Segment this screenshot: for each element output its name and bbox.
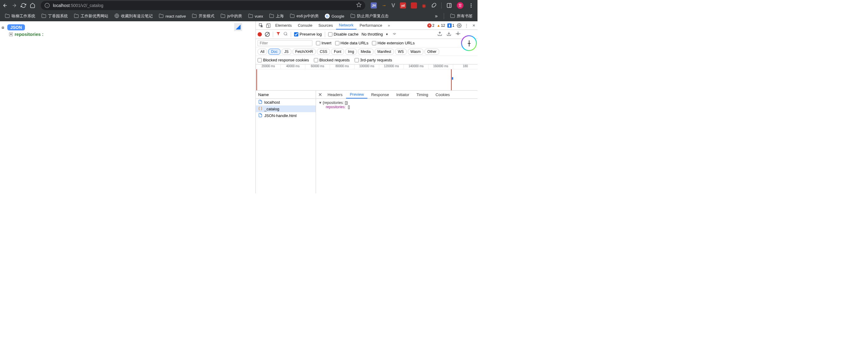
- disable-cache-checkbox[interactable]: Disable cache: [328, 32, 359, 36]
- blocked-cookies-checkbox[interactable]: Blocked response cookies: [257, 58, 309, 62]
- type-filter-other[interactable]: Other: [425, 49, 439, 55]
- chrome-menu-button[interactable]: [468, 3, 474, 8]
- type-filter-css[interactable]: CSS: [317, 49, 330, 55]
- type-filter-ws[interactable]: WS: [395, 49, 406, 55]
- bookmark-item[interactable]: 工作新优秀网站: [71, 12, 111, 20]
- svg-rect-4: [447, 3, 451, 8]
- sidepanel-button[interactable]: [446, 3, 452, 8]
- name-column-header[interactable]: Name: [256, 91, 316, 99]
- bookmark-item[interactable]: 开发模式: [189, 12, 217, 20]
- more-tabs-icon[interactable]: »: [385, 23, 393, 28]
- filter-input[interactable]: [257, 40, 312, 46]
- url-bar[interactable]: localhost:5001/v2/_catalog: [41, 1, 365, 10]
- bookmarks-overflow-icon[interactable]: »: [432, 13, 440, 19]
- devtools-close-icon[interactable]: ✕: [470, 23, 477, 28]
- type-filter-js[interactable]: JS: [282, 49, 291, 55]
- extension-red1[interactable]: [411, 2, 417, 8]
- detail-tab-headers[interactable]: Headers: [324, 91, 346, 98]
- type-filter-img[interactable]: Img: [345, 49, 357, 55]
- extension-arrow-icon[interactable]: →: [382, 3, 386, 8]
- type-filter-fetch-xhr[interactable]: Fetch/XHR: [292, 49, 316, 55]
- hide-extension-urls-checkbox[interactable]: Hide extension URLs: [372, 41, 414, 45]
- floating-extension-logo[interactable]: ⟊: [461, 35, 477, 51]
- type-filter-font[interactable]: Font: [331, 49, 344, 55]
- warning-count-badge[interactable]: ▲12: [436, 23, 446, 28]
- invert-checkbox[interactable]: Invert: [316, 41, 332, 45]
- filter-icon[interactable]: [276, 32, 280, 37]
- bookmark-item[interactable]: 收藏到有道云笔记: [112, 12, 155, 20]
- bookmark-label: es6:js中的类: [297, 13, 319, 19]
- folder-icon: [269, 13, 274, 19]
- detail-tab-preview[interactable]: Preview: [346, 91, 367, 98]
- timeline-tick: 100000 ms: [354, 64, 379, 69]
- preview-toggle-icon[interactable]: ▼: [318, 101, 322, 105]
- issues-count-badge[interactable]: ▮1: [446, 23, 456, 28]
- reload-button[interactable]: [21, 3, 26, 8]
- request-row[interactable]: JSON-handle.html: [256, 112, 316, 119]
- detail-tab-cookies[interactable]: Cookies: [432, 91, 454, 98]
- bookmark-item[interactable]: GGoogle: [322, 12, 347, 20]
- export-har-icon[interactable]: [446, 31, 452, 37]
- request-name: localhost: [264, 100, 280, 104]
- inspect-element-icon[interactable]: [257, 23, 265, 28]
- bookmark-item[interactable]: 丁香园系统: [39, 12, 70, 20]
- devtools-menu-icon[interactable]: ⋮: [463, 23, 470, 28]
- type-filter-manifest[interactable]: Manifest: [375, 49, 394, 55]
- extension-jh[interactable]: JH: [371, 2, 377, 8]
- json-expand-toggle[interactable]: +: [9, 33, 13, 36]
- preserve-log-checkbox[interactable]: Preserve log: [294, 32, 322, 36]
- extensions-button[interactable]: [431, 3, 436, 8]
- blocked-requests-checkbox[interactable]: Blocked requests: [314, 58, 350, 62]
- type-filter-media[interactable]: Media: [358, 49, 373, 55]
- bookmark-item[interactable]: es6:js中的类: [287, 12, 321, 20]
- type-filter-doc[interactable]: Doc: [268, 49, 280, 55]
- network-settings-icon[interactable]: [455, 31, 461, 37]
- folder-icon: [159, 13, 164, 19]
- error-count-badge[interactable]: ✕2: [426, 23, 436, 28]
- devtools-tab-console[interactable]: Console: [295, 21, 315, 30]
- extension-v-icon[interactable]: V: [392, 2, 395, 9]
- timeline-overview[interactable]: 20000 ms40000 ms60000 ms80000 ms100000 m…: [256, 64, 477, 91]
- request-row[interactable]: _catalog: [256, 105, 316, 112]
- devtools-tab-performance[interactable]: Performance: [356, 21, 385, 30]
- throttling-dropdown[interactable]: No throttling ▼: [362, 32, 389, 36]
- extension-yd[interactable]: yd: [400, 2, 406, 8]
- detail-tab-timing[interactable]: Timing: [413, 91, 432, 98]
- import-har-icon[interactable]: [437, 31, 443, 37]
- bookmark-item[interactable]: 防止用户重复点击: [348, 12, 391, 20]
- devtools-tab-network[interactable]: Network: [336, 21, 357, 30]
- bookmark-item[interactable]: react native: [156, 12, 188, 20]
- forward-button[interactable]: [11, 3, 17, 8]
- bookmark-item[interactable]: 上海: [267, 12, 286, 20]
- clear-button[interactable]: [265, 32, 270, 37]
- site-info-icon[interactable]: [44, 3, 50, 8]
- json-collapse-toggle[interactable]: ⊟: [2, 26, 4, 30]
- devtools-settings-icon[interactable]: [456, 23, 463, 28]
- timeline-tick: 140000 ms: [404, 64, 428, 69]
- all-bookmarks-button[interactable]: 所有书签: [448, 12, 475, 20]
- bookmark-item[interactable]: 咏柳工作系统: [2, 12, 38, 20]
- json-key-repositories: repositories :: [14, 32, 43, 37]
- type-filter-all[interactable]: All: [257, 49, 267, 55]
- json-handle-toggle[interactable]: [234, 23, 242, 31]
- search-icon[interactable]: [283, 32, 288, 37]
- detail-tab-initiator[interactable]: Initiator: [393, 91, 413, 98]
- bookmark-item[interactable]: vuex: [246, 12, 266, 20]
- home-button[interactable]: [30, 3, 35, 8]
- hide-data-urls-checkbox[interactable]: Hide data URLs: [335, 41, 369, 45]
- bookmark-star-icon[interactable]: [356, 2, 362, 9]
- detail-tab-response[interactable]: Response: [367, 91, 393, 98]
- request-row[interactable]: localhost: [256, 99, 316, 105]
- network-conditions-icon[interactable]: [392, 31, 398, 37]
- back-button[interactable]: [2, 3, 8, 8]
- bookmark-item[interactable]: js中的类: [218, 12, 244, 20]
- type-filter-wasm[interactable]: Wasm: [408, 49, 424, 55]
- record-button[interactable]: [257, 32, 262, 36]
- devtools-tab-sources[interactable]: Sources: [315, 21, 336, 30]
- device-toolbar-icon[interactable]: [265, 23, 272, 28]
- devtools-tab-elements[interactable]: Elements: [272, 21, 295, 30]
- extension-spiral-icon[interactable]: ◉: [422, 3, 426, 8]
- close-detail-icon[interactable]: ✕: [316, 92, 324, 98]
- profile-avatar[interactable]: 育: [457, 2, 464, 9]
- third-party-checkbox[interactable]: 3rd-party requests: [354, 58, 392, 62]
